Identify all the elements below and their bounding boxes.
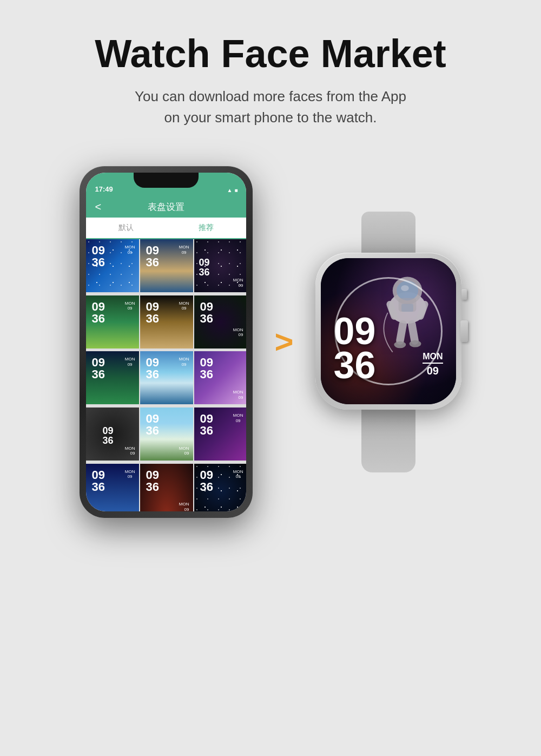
watch-hour: 09	[334, 314, 376, 349]
back-button[interactable]: <	[95, 201, 101, 213]
nav-title: 表盘设置	[148, 201, 184, 213]
phone-mockup: 17:49 ▲ ■ < 表盘设置 默认 推荐	[80, 166, 253, 518]
watch-face-14[interactable]: 0936 MON09	[140, 464, 193, 512]
watch-case: 09 36 MON 09	[315, 253, 461, 410]
watch-date: 09	[423, 365, 443, 377]
watch-face-7[interactable]: 0936 MON09	[86, 351, 139, 404]
watch-face-11[interactable]: 0936 MON09	[140, 407, 193, 461]
watch-face-1[interactable]: 0936 MON09	[86, 239, 139, 292]
status-time: 17:49	[95, 185, 113, 193]
watch-face-9[interactable]: 0936 MON09	[194, 351, 246, 404]
wifi-icon: ▲	[227, 187, 233, 193]
status-icons: ▲ ■	[227, 187, 238, 193]
watch-date-display: MON 09	[423, 352, 443, 377]
content-area: 17:49 ▲ ■ < 表盘设置 默认 推荐	[0, 166, 541, 518]
page-title: Watch Face Market	[95, 32, 446, 75]
watch-faces-grid: 0936 MON09 0936 MON09 0936 MON09 0936	[86, 239, 246, 511]
watch-face-10[interactable]: 0936 MON09	[86, 407, 139, 461]
watch-minute: 36	[334, 349, 376, 383]
watch-face-8[interactable]: 0936 MON09	[140, 351, 193, 404]
subtitle: You can download more faces from the App…	[95, 86, 446, 128]
watch-face-3[interactable]: 0936 MON09	[194, 239, 246, 292]
phone-notch	[134, 173, 199, 188]
signal-icon: ■	[234, 187, 237, 193]
tab-recommended[interactable]: 推荐	[166, 218, 246, 239]
phone-tabs: 默认 推荐	[86, 218, 246, 239]
watch-band-top	[361, 212, 415, 255]
watch-crown	[460, 320, 468, 342]
header-section: Watch Face Market You can download more …	[95, 0, 446, 144]
arrow-container: >	[274, 326, 293, 358]
watch-face-5[interactable]: 0936 MON09	[140, 295, 193, 349]
watch-face-2[interactable]: 0936 MON09	[140, 239, 193, 292]
watch-face-15[interactable]: 0936 MON09	[194, 464, 246, 512]
arrow-symbol: >	[274, 326, 293, 358]
watch-day: MON	[423, 352, 443, 364]
watch-mockup: 09 36 MON 09	[315, 212, 461, 472]
watch-time-display: 09 36	[334, 314, 376, 383]
tab-default[interactable]: 默认	[86, 218, 166, 238]
phone-nav-bar: < 表盘设置	[86, 196, 246, 218]
watch-face-6[interactable]: 0936 MON09	[194, 295, 246, 349]
watch-face-13[interactable]: 0936 MON09	[86, 464, 139, 512]
watch-face-4[interactable]: 0936 MON09	[86, 295, 139, 349]
watch-screen: 09 36 MON 09	[321, 258, 456, 404]
phone-inner: 17:49 ▲ ■ < 表盘设置 默认 推荐	[86, 173, 246, 511]
watch-face-12[interactable]: 0936 MON09	[194, 407, 246, 461]
watch-band-bottom	[361, 407, 415, 472]
watch-button-top	[461, 289, 467, 300]
phone-outer: 17:49 ▲ ■ < 表盘设置 默认 推荐	[80, 166, 253, 518]
